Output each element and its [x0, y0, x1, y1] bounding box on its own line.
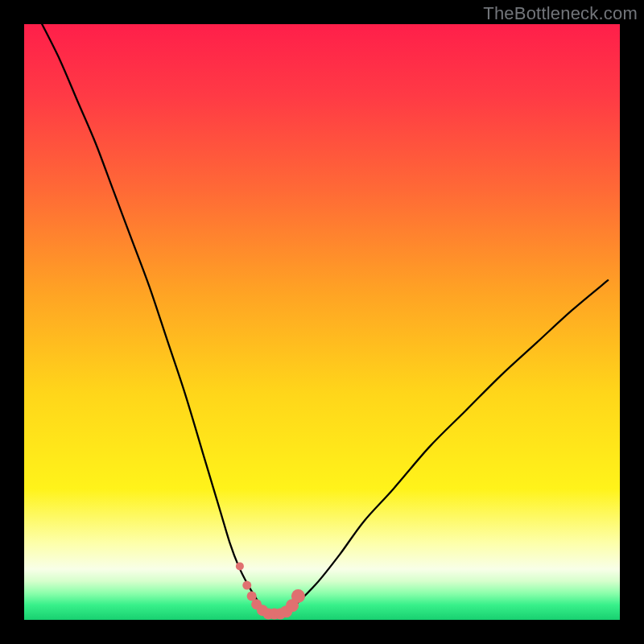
- bottleneck-curve: [42, 24, 608, 614]
- valley-marker: [236, 562, 244, 570]
- plot-area: [24, 24, 620, 620]
- valley-marker: [242, 581, 251, 590]
- watermark-text: TheBottleneck.com: [483, 3, 638, 24]
- valley-marker: [291, 589, 305, 603]
- curve-layer: [24, 24, 620, 620]
- chart-frame: TheBottleneck.com: [0, 0, 644, 644]
- valley-markers: [236, 562, 305, 619]
